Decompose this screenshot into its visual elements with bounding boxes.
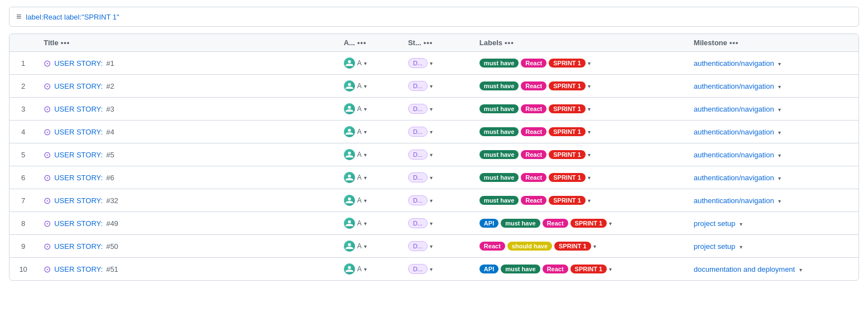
issue-number: #49: [106, 219, 118, 228]
assignee-dropdown[interactable]: ▾: [364, 106, 367, 112]
milestone-col-options[interactable]: •••: [730, 39, 739, 47]
labels-col-options[interactable]: •••: [505, 39, 514, 47]
label-badge: React: [543, 265, 568, 273]
check-icon: ⊙: [44, 58, 51, 69]
status-col-options[interactable]: •••: [424, 39, 433, 47]
row-assignee-cell: A ▾: [337, 75, 401, 98]
label-badge: must have: [479, 173, 519, 182]
assignee-dropdown[interactable]: ▾: [364, 129, 367, 135]
milestone-value: authentication/navigation: [694, 128, 774, 136]
row-labels-cell: APImust haveReactSPRINT 1▾: [473, 212, 687, 235]
issue-title-link[interactable]: USER STORY:: [54, 82, 103, 90]
label-badge: SPRINT 1: [549, 196, 586, 205]
row-labels-cell: must haveReactSPRINT 1▾: [473, 189, 687, 212]
label-badge: must have: [501, 265, 540, 273]
status-dropdown[interactable]: ▾: [430, 60, 433, 66]
assignee-col-options[interactable]: •••: [357, 39, 367, 47]
avatar: [344, 263, 355, 275]
row-labels-cell: must haveReactSPRINT 1▾: [473, 75, 687, 98]
milestone-value: authentication/navigation: [694, 196, 774, 205]
issue-title-link[interactable]: USER STORY:: [54, 128, 103, 136]
status-dropdown[interactable]: ▾: [430, 106, 433, 112]
row-status-cell: D... ▾: [401, 258, 473, 281]
assignee-dropdown[interactable]: ▾: [364, 83, 367, 89]
check-icon: ⊙: [44, 241, 51, 252]
assignee-label: A: [357, 196, 362, 204]
assignee-dropdown[interactable]: ▾: [364, 175, 367, 181]
label-badge: SPRINT 1: [549, 104, 586, 113]
labels-dropdown[interactable]: ▾: [609, 266, 612, 272]
labels-dropdown[interactable]: ▾: [588, 129, 591, 135]
row-status-cell: D... ▾: [401, 166, 473, 189]
labels-dropdown[interactable]: ▾: [588, 152, 591, 158]
row-milestone-cell: project setup ▾: [687, 212, 859, 235]
labels-dropdown[interactable]: ▾: [588, 198, 591, 204]
row-status-cell: D... ▾: [401, 189, 473, 212]
labels-dropdown[interactable]: ▾: [593, 243, 596, 249]
status-dropdown[interactable]: ▾: [430, 83, 433, 89]
status-badge: D...: [408, 195, 428, 205]
status-badge: D...: [408, 104, 428, 114]
assignee-dropdown[interactable]: ▾: [364, 220, 367, 227]
row-assignee-cell: A ▾: [337, 235, 401, 258]
status-dropdown[interactable]: ▾: [430, 266, 433, 272]
assignee-label: A: [357, 174, 362, 181]
assignee-dropdown[interactable]: ▾: [364, 243, 367, 249]
milestone-dropdown[interactable]: ▾: [778, 129, 781, 136]
milestone-value: authentication/navigation: [694, 59, 774, 68]
row-assignee-cell: A ▾: [337, 212, 401, 235]
col-status: St... •••: [401, 34, 473, 52]
search-bar[interactable]: ≡ label:React label:"SPRINT 1": [9, 7, 859, 27]
assignee-label: A: [357, 105, 362, 113]
milestone-dropdown[interactable]: ▾: [778, 107, 781, 113]
milestone-dropdown[interactable]: ▾: [778, 84, 781, 90]
milestone-dropdown[interactable]: ▾: [778, 61, 781, 67]
milestone-dropdown[interactable]: ▾: [740, 244, 742, 250]
row-title-cell: ⊙ USER STORY: #3: [37, 98, 337, 121]
label-badge: API: [479, 219, 498, 228]
status-dropdown[interactable]: ▾: [430, 220, 433, 227]
labels-dropdown[interactable]: ▾: [609, 220, 612, 227]
labels-dropdown[interactable]: ▾: [588, 83, 591, 89]
assignee-dropdown[interactable]: ▾: [364, 198, 367, 204]
row-milestone-cell: project setup ▾: [687, 235, 859, 258]
avatar: [344, 126, 355, 137]
assignee-dropdown[interactable]: ▾: [364, 152, 367, 158]
milestone-dropdown[interactable]: ▾: [778, 175, 781, 181]
status-dropdown[interactable]: ▾: [430, 152, 433, 158]
milestone-dropdown[interactable]: ▾: [740, 221, 742, 227]
issue-title-link[interactable]: USER STORY:: [54, 151, 103, 159]
labels-dropdown[interactable]: ▾: [588, 175, 591, 181]
label-badge: React: [521, 127, 546, 136]
labels-dropdown[interactable]: ▾: [588, 106, 591, 112]
issue-title-link[interactable]: USER STORY:: [54, 242, 103, 251]
status-dropdown[interactable]: ▾: [430, 175, 433, 181]
issue-title-link[interactable]: USER STORY:: [54, 265, 103, 273]
status-dropdown[interactable]: ▾: [430, 243, 433, 249]
issue-number: #51: [106, 265, 118, 273]
status-badge: D...: [408, 218, 428, 228]
label-badge: SPRINT 1: [549, 150, 586, 159]
label-badge: React: [521, 81, 546, 90]
row-assignee-cell: A ▾: [337, 166, 401, 189]
issue-title-link[interactable]: USER STORY:: [54, 105, 103, 113]
title-col-options[interactable]: •••: [61, 39, 70, 47]
check-icon: ⊙: [44, 195, 51, 206]
row-status-cell: D... ▾: [401, 235, 473, 258]
issue-title-link[interactable]: USER STORY:: [54, 174, 103, 182]
assignee-label: A: [357, 151, 362, 158]
col-title: Title •••: [37, 34, 337, 52]
issue-title-link[interactable]: USER STORY:: [54, 196, 103, 205]
assignee-dropdown[interactable]: ▾: [364, 266, 367, 272]
status-dropdown[interactable]: ▾: [430, 129, 433, 135]
milestone-dropdown[interactable]: ▾: [778, 198, 781, 204]
issue-title-link[interactable]: USER STORY:: [54, 59, 103, 68]
row-title-cell: ⊙ USER STORY: #50: [37, 235, 337, 258]
check-icon: ⊙: [44, 104, 51, 114]
issue-title-link[interactable]: USER STORY:: [54, 219, 103, 228]
milestone-dropdown[interactable]: ▾: [778, 152, 781, 158]
assignee-dropdown[interactable]: ▾: [364, 60, 367, 66]
status-dropdown[interactable]: ▾: [430, 198, 433, 204]
labels-dropdown[interactable]: ▾: [588, 60, 591, 66]
milestone-dropdown[interactable]: ▾: [799, 267, 802, 273]
